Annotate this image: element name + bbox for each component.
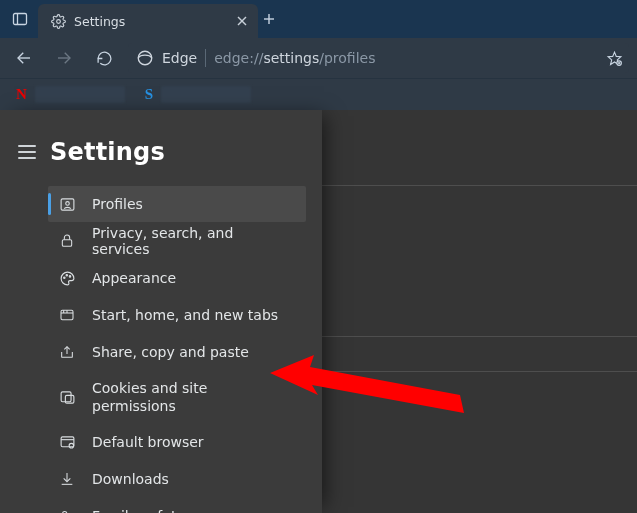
settings-sidebar: Settings Profiles Privacy, search, and s… xyxy=(0,110,322,513)
settings-content: Settings Profiles Privacy, search, and s… xyxy=(0,110,637,513)
divider xyxy=(205,49,206,67)
nav-label: Appearance xyxy=(92,270,176,286)
nav-profiles[interactable]: Profiles xyxy=(48,186,306,222)
svg-point-19 xyxy=(69,275,70,276)
bookmark-item-1[interactable]: S xyxy=(137,82,259,108)
bookmark-icon: N xyxy=(16,86,27,103)
forward-button[interactable] xyxy=(48,42,80,74)
close-tab-button[interactable] xyxy=(236,15,248,27)
arrow-right-icon xyxy=(55,49,73,67)
download-icon xyxy=(58,470,76,488)
address-bar[interactable]: Edge edge://settings/profiles xyxy=(128,43,629,73)
svg-rect-27 xyxy=(61,437,74,447)
nav-cookies[interactable]: Cookies and site permissions xyxy=(48,371,306,423)
nav-label: Cookies and site permissions xyxy=(92,379,294,415)
arrow-left-icon xyxy=(15,49,33,67)
svg-rect-0 xyxy=(14,14,27,25)
nav-label: Downloads xyxy=(92,471,169,487)
address-url: edge://settings/profiles xyxy=(214,50,375,66)
tab-actions-button[interactable] xyxy=(6,5,34,33)
browser-toolbar: Edge edge://settings/profiles xyxy=(0,38,637,78)
menu-button[interactable] xyxy=(18,145,36,159)
new-tab-button[interactable] xyxy=(262,12,292,26)
bookmarks-bar: N S xyxy=(0,78,637,110)
back-button[interactable] xyxy=(8,42,40,74)
favorite-button[interactable] xyxy=(606,50,623,67)
nav-label: Family safety xyxy=(92,508,185,513)
settings-detail-pane: n xyxy=(322,110,637,513)
person-card-icon xyxy=(58,195,76,213)
browser-default-icon xyxy=(58,433,76,451)
browser-tab[interactable]: Settings xyxy=(38,4,258,38)
window-tabs-icon xyxy=(58,306,76,324)
palette-icon xyxy=(58,269,76,287)
svg-rect-14 xyxy=(61,198,74,209)
edge-logo-icon xyxy=(136,49,154,67)
bookmark-label-redacted xyxy=(35,86,125,103)
page-title: Settings xyxy=(50,138,165,166)
cookie-permissions-icon xyxy=(58,388,76,406)
svg-point-15 xyxy=(65,201,69,205)
nav-family[interactable]: Family safety xyxy=(48,498,306,513)
nav-label: Profiles xyxy=(92,196,143,212)
share-icon xyxy=(58,343,76,361)
bookmark-icon: S xyxy=(145,86,153,103)
nav-label: Start, home, and new tabs xyxy=(92,307,278,323)
svg-rect-16 xyxy=(62,240,71,247)
family-icon xyxy=(58,507,76,513)
svg-point-18 xyxy=(66,274,67,275)
refresh-icon xyxy=(96,50,113,67)
nav-label: Default browser xyxy=(92,434,204,450)
lock-icon xyxy=(58,232,76,250)
nav-label: Share, copy and paste xyxy=(92,344,249,360)
plus-icon xyxy=(262,12,276,26)
bookmark-item-0[interactable]: N xyxy=(8,82,133,108)
star-plus-icon xyxy=(606,50,623,67)
nav-label: Privacy, search, and services xyxy=(92,225,294,257)
window-titlebar: Settings xyxy=(0,0,637,38)
nav-downloads[interactable]: Downloads xyxy=(48,461,306,497)
nav-appearance[interactable]: Appearance xyxy=(48,260,306,296)
svg-point-2 xyxy=(56,19,60,23)
bookmark-label-redacted xyxy=(161,86,251,103)
nav-share[interactable]: Share, copy and paste xyxy=(48,334,306,370)
panel-icon xyxy=(12,11,28,27)
close-icon xyxy=(236,15,248,27)
address-brand-label: Edge xyxy=(162,50,197,66)
nav-start[interactable]: Start, home, and new tabs xyxy=(48,297,306,333)
nav-privacy[interactable]: Privacy, search, and services xyxy=(48,223,306,259)
svg-rect-25 xyxy=(61,392,71,402)
refresh-button[interactable] xyxy=(88,42,120,74)
svg-point-9 xyxy=(138,51,152,65)
svg-point-17 xyxy=(63,277,64,278)
settings-nav: Profiles Privacy, search, and services A… xyxy=(16,186,306,513)
tab-title: Settings xyxy=(74,14,228,29)
gear-icon xyxy=(50,13,66,29)
nav-default-browser[interactable]: Default browser xyxy=(48,424,306,460)
